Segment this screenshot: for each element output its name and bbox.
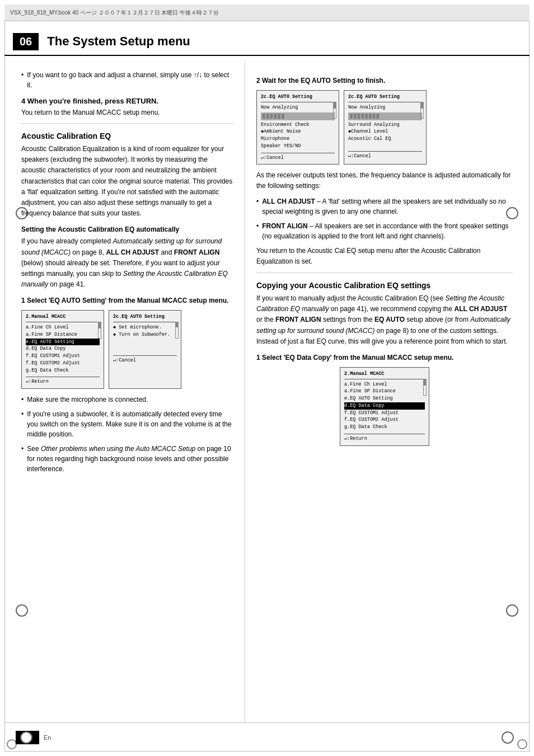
header-bar: VSX_918_818_MY.book 40 ページ ２００７年１２月２７日 木…: [4, 4, 530, 21]
screen4-line1: Now Analyzing: [348, 104, 422, 111]
copy-heading: Copying your Acoustic Calibration EQ set…: [256, 281, 513, 290]
bullet-subwoofer: If you're using a subwoofer, it is autom…: [21, 409, 233, 439]
screen2-line1: ◆ Set microphone.: [113, 324, 177, 331]
bullet-adjust-channel: If you want to go back and adjust a chan…: [21, 70, 233, 90]
screen5-highlighted: d.EQ Data Copy: [344, 402, 425, 410]
screen2-scroll: [175, 322, 179, 339]
scroll-fill: [99, 322, 101, 328]
left-column: If you want to go back and adjust a chan…: [4, 62, 245, 722]
scroll-fill-3: [334, 102, 336, 109]
screen3-line3: Environment Check: [261, 121, 335, 129]
screen-eq-auto-setting: 2c.EQ AUTO Setting ◆ Set microphone. ◆ T…: [109, 310, 181, 389]
screen-row-2: 2c.EQ AUTO Setting Now Analyzing ▒▒▒▒▒▒ …: [256, 90, 513, 165]
screen5-title: 2.Manual MCACC: [344, 370, 425, 379]
sub-heading-auto: Setting the Acoustic Calibration EQ auto…: [21, 226, 233, 233]
body-after-screen: As the receiver outputs test tones, the …: [256, 170, 513, 191]
screen1-line5: f.EQ CUSTOM1 Adjust: [26, 353, 100, 360]
divider: [21, 123, 233, 124]
screen5-line1: a.Fine Ch Level: [344, 381, 425, 388]
screen5-line3: e.EQ AUTO Setting: [344, 395, 425, 402]
scroll-fill-4: [421, 102, 423, 109]
bullet-other-problems: See Other problems when using the Auto M…: [21, 444, 233, 474]
chapter-number: 06: [13, 33, 39, 50]
screen-manual-mcacc: 2.Manual MCACC a.Fine Ch Level a.Fine SP…: [21, 310, 104, 389]
screen1-highlighted: e.EQ AUTO Setting: [26, 339, 100, 346]
bullet-microphone: Make sure the microphone is connected.: [21, 395, 233, 405]
screen-eq-data-copy: 2.Manual MCACC a.Fine Ch Level a.Fine SP…: [340, 367, 429, 446]
screen3-line1: Now Analyzing: [261, 104, 335, 111]
page-language: En: [44, 734, 51, 741]
main-content: If you want to go back and adjust a chan…: [4, 62, 530, 722]
screen5-footer: ↵:Return: [344, 434, 425, 443]
screen2-footer: ↵:Cancel: [113, 355, 177, 364]
section-body-acoustic: Acoustic Calibration Equalization is a k…: [21, 144, 233, 219]
screen3-footer: ↵:Cancel: [261, 153, 335, 162]
screen1-line2: a.Fine SP Distance: [26, 331, 100, 339]
screen-analyzing-1: 2c.EQ AUTO Setting Now Analyzing ▒▒▒▒▒▒ …: [256, 90, 339, 165]
screen3-title: 2c.EQ AUTO Setting: [261, 93, 335, 102]
screen1-line7: g.EQ Data Check: [26, 367, 100, 374]
right-column: 2 Wait for the EQ AUTO Setting to finish…: [245, 62, 530, 722]
screen1-line1: a.Fine Ch Level: [26, 324, 100, 331]
footer-binding-hole-left: [20, 731, 32, 744]
divider-right: [256, 273, 513, 273]
file-info: VSX_918_818_MY.book 40 ページ ２００７年１２月２７日 木…: [10, 9, 219, 17]
chapter-title: The System Setup menu: [47, 34, 190, 49]
screen5-line2: a.Fine SP Distance: [344, 388, 425, 395]
screen5-container: 2.Manual MCACC a.Fine Ch Level a.Fine SP…: [256, 367, 513, 446]
scroll-fill-2: [176, 322, 178, 327]
step-copy-heading: 1 Select 'EQ Data Copy' from the Manual …: [256, 354, 513, 361]
screen-row-1: 2.Manual MCACC a.Fine Ch Level a.Fine SP…: [21, 310, 233, 389]
screen3-scroll: [333, 102, 336, 119]
section-heading-acoustic: Acoustic Calibration EQ: [21, 132, 233, 140]
screen1-line4: d.EQ Data Copy: [26, 345, 100, 353]
chapter-header: 06 The System Setup menu: [4, 28, 530, 56]
screen2-line2: ◆ Turn on Subwoofer.: [113, 331, 177, 339]
screen4-line5: Acoustic Cal EQ: [348, 135, 422, 143]
screen1-line6: f.EQ CUSTOM2 Adjust: [26, 360, 100, 367]
screen1-scroll: [98, 322, 101, 339]
sub-body-auto: If you have already completed Automatica…: [21, 236, 233, 290]
screen3-line4: ◆Ambient Noise: [261, 128, 335, 135]
screen4-progress: ▒▒▒▒▒▒▒▒: [348, 112, 422, 120]
screen5-line7: g.EQ Data Check: [344, 424, 425, 431]
screen-analyzing-2: 2c.EQ AUTO Setting Now Analyzing ▒▒▒▒▒▒▒…: [344, 90, 427, 165]
footer-binding-hole-right: [502, 731, 514, 744]
screen4-line3: Surround Analyzing: [348, 121, 422, 129]
scroll-bar-4: [420, 102, 424, 119]
screen4-footer: ↵:Cancel: [348, 151, 422, 160]
screen1-title: 2.Manual MCACC: [26, 313, 100, 322]
body-return: You return to the Acoustic Cal EQ setup …: [256, 246, 513, 267]
scroll-bar: [98, 322, 101, 339]
scroll-bar-2: [175, 322, 179, 339]
screen5-line5: f.EQ CUSTOM1 Adjust: [344, 410, 425, 417]
step4-body: You return to the Manual MCACC setup men…: [21, 107, 233, 118]
scroll-fill-5: [424, 379, 426, 386]
screen5-line6: f.EQ CUSTOM2 Adjust: [344, 416, 425, 424]
screen4-line4: ◆Channel Level: [348, 128, 422, 135]
step4-heading: 4 When you're finished, press RETURN.: [21, 97, 233, 105]
screen4-title: 2c.EQ AUTO Setting: [348, 93, 422, 102]
scroll-bar-3: [333, 102, 336, 119]
screen3-line5: Microphone: [261, 135, 335, 143]
scroll-bar-5: [423, 379, 427, 396]
copy-body: If you want to manually adjust the Acous…: [256, 293, 513, 347]
screen2-title: 2c.EQ AUTO Setting: [113, 313, 177, 322]
screen4-scroll: [420, 102, 424, 119]
screen3-line6: Speaker YES/NO: [261, 143, 335, 150]
screen5-scroll: [423, 379, 427, 396]
page-footer: 40 En: [4, 722, 530, 752]
bullet-front-align: FRONT ALIGN – All speakers are set in ac…: [256, 221, 513, 241]
step2-heading: 2 Wait for the EQ AUTO Setting to finish…: [256, 77, 513, 84]
screen1-footer: ↵:Return: [26, 377, 100, 386]
bullet-all-ch-adjust: ALL CH ADJUST – A 'flat' setting where a…: [256, 196, 513, 217]
screen3-progress: ▒▒▒▒▒▒: [261, 112, 335, 120]
step1-heading: 1 Select 'EQ AUTO Setting' from the Manu…: [21, 297, 233, 304]
